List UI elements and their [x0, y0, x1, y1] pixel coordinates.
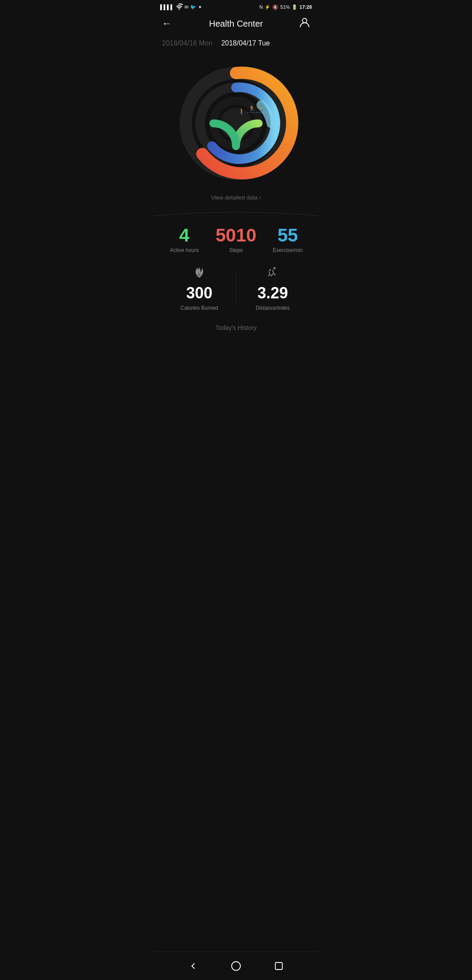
- battery-text: 51%: [280, 4, 290, 10]
- time: 17:28: [299, 4, 312, 10]
- view-detail-link[interactable]: View detailed data: [211, 194, 261, 208]
- app-header: ← Health Center: [154, 12, 318, 35]
- steps-value: 5010: [215, 226, 256, 245]
- exercise-label: Exercise/min: [273, 247, 303, 253]
- exercise-stat: 55 Exercise/min: [262, 226, 313, 253]
- mute-icon: 🔇: [272, 4, 278, 10]
- calories-icon: [193, 266, 205, 281]
- distance-stat: 3.29 Distance/miles: [236, 266, 309, 311]
- wifi-icon: [176, 4, 183, 10]
- active-hours-stat: 4 Active hours: [159, 226, 210, 253]
- bluetooth-icon: ⚡: [264, 4, 271, 10]
- rings-container: 🚶 🏃 🚶: [170, 58, 302, 189]
- status-left: ▌▌▌▌ ✉ 🐦 ✦: [160, 4, 202, 10]
- current-date[interactable]: 2018/04/17 Tue: [221, 39, 270, 47]
- active-hours-value: 4: [179, 226, 189, 245]
- svg-point-6: [274, 267, 276, 270]
- stats-row-1: 4 Active hours 5010 Steps 55 Exercise/mi…: [154, 222, 318, 262]
- twitter-icon: 🐦: [190, 4, 196, 10]
- calories-label: Calories Burned: [180, 305, 218, 311]
- active-hours-label: Active hours: [170, 247, 199, 253]
- distance-value: 3.29: [257, 284, 288, 302]
- steps-label: Steps: [229, 247, 243, 253]
- extra-icon: ✦: [198, 4, 202, 10]
- svg-point-0: [302, 18, 307, 23]
- today-history-label: Today's History: [215, 324, 257, 331]
- profile-button[interactable]: [299, 17, 310, 31]
- exercise-value: 55: [278, 226, 298, 245]
- date-selector: 2018/04/16 Mon 2018/04/17 Tue: [154, 35, 318, 53]
- activity-chart-area: 🚶 🏃 🚶 View detailed data: [154, 53, 318, 208]
- today-history-section: Today's History: [154, 320, 318, 336]
- mail-icon: ✉: [184, 4, 188, 10]
- status-right: N ⚡ 🔇 51% 🔋 17:28: [259, 4, 312, 10]
- nav-spacer: [154, 336, 318, 362]
- distance-icon: [267, 266, 279, 281]
- page-title: Health Center: [209, 19, 263, 29]
- steps-stat: 5010 Steps: [210, 226, 262, 253]
- svg-point-7: [269, 269, 271, 271]
- back-button[interactable]: ←: [162, 18, 172, 29]
- nfc-icon: N: [259, 4, 263, 10]
- stats-row-2: 300 Calories Burned 3.29 Distance/miles: [154, 262, 318, 320]
- calories-value: 300: [186, 284, 212, 302]
- previous-date[interactable]: 2018/04/16 Mon: [162, 39, 213, 47]
- status-bar: ▌▌▌▌ ✉ 🐦 ✦ N ⚡ 🔇 51% 🔋 17:28: [154, 0, 318, 12]
- distance-label: Distance/miles: [256, 305, 290, 311]
- rings-svg: [170, 58, 302, 189]
- calories-stat: 300 Calories Burned: [163, 266, 236, 311]
- arc-divider: [154, 208, 318, 217]
- signal-icon: ▌▌▌▌: [160, 4, 174, 10]
- battery-icon: 🔋: [292, 4, 298, 10]
